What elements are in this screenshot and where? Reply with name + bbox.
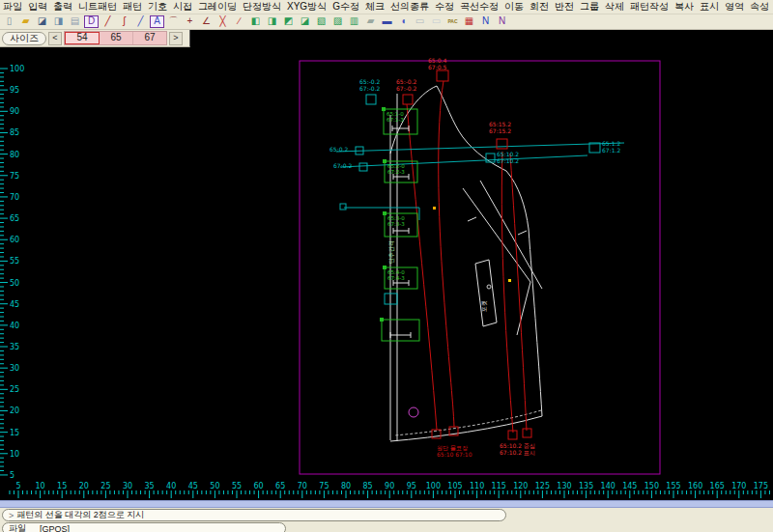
horizontal-scrollbar[interactable] bbox=[0, 500, 773, 508]
menu-item-6[interactable]: 시접 bbox=[170, 0, 195, 14]
menu-item-10[interactable]: G수정 bbox=[329, 0, 362, 14]
menu-item-1[interactable]: 입력 bbox=[25, 0, 50, 14]
svg-text:85: 85 bbox=[363, 482, 373, 490]
curve-tool-icon[interactable]: ʃ bbox=[117, 15, 131, 28]
status-bar-file: 파일 [GPOS] bbox=[0, 521, 773, 532]
save-icon[interactable]: ◪ bbox=[35, 15, 49, 28]
svg-text:120: 120 bbox=[513, 482, 528, 490]
file-value: [GPOS] bbox=[40, 524, 70, 532]
menu-item-19[interactable]: 삭제 bbox=[602, 0, 627, 14]
new-file-icon[interactable]: ▯ bbox=[2, 15, 16, 28]
vertical-ruler: 5101520253035404550556065707580859095100 bbox=[0, 65, 24, 480]
save-as-icon[interactable]: ◨ bbox=[51, 15, 66, 28]
menu-item-22[interactable]: 표시 bbox=[697, 0, 722, 14]
file-pill: 파일 [GPOS] bbox=[2, 522, 286, 532]
menu-item-18[interactable]: 그룹 bbox=[577, 0, 602, 14]
svg-text:60: 60 bbox=[254, 482, 264, 490]
menu-item-4[interactable]: 패턴 bbox=[120, 0, 145, 14]
menu-item-15[interactable]: 이동 bbox=[501, 0, 527, 14]
menu-item-16[interactable]: 회전 bbox=[527, 0, 552, 14]
menu-item-12[interactable]: 선의종류 bbox=[387, 0, 432, 14]
eraser-icon[interactable]: ▰ bbox=[363, 15, 378, 28]
menu-item-2[interactable]: 출력 bbox=[50, 0, 75, 14]
svg-text:67:10.2 표시: 67:10.2 표시 bbox=[500, 449, 535, 456]
pattern-fill-5-icon[interactable]: ▧ bbox=[314, 15, 329, 28]
notebook-icon[interactable]: ▦ bbox=[462, 15, 476, 28]
prompt-text: 패턴의 선을 대각의 2점으로 지시 bbox=[16, 509, 144, 521]
scissors-icon[interactable]: ╳ bbox=[215, 15, 230, 28]
sheet-light2-icon[interactable]: ▭ bbox=[429, 15, 444, 28]
n-curve-purple-icon[interactable]: N bbox=[495, 15, 509, 28]
size-prev-button[interactable]: < bbox=[48, 32, 62, 45]
svg-text:10: 10 bbox=[10, 450, 19, 459]
pattern-canvas[interactable]: 5101520253035404550556065707580859095100… bbox=[0, 30, 773, 500]
size-option-54[interactable]: 54 bbox=[65, 32, 100, 44]
file-label: 파일 bbox=[9, 522, 26, 532]
menu-item-7[interactable]: 그레이딩 bbox=[195, 0, 240, 14]
pattern-fill-3-icon[interactable]: ◩ bbox=[281, 15, 296, 28]
svg-text:50: 50 bbox=[210, 482, 219, 490]
size-option-65[interactable]: 65 bbox=[100, 32, 133, 44]
svg-text:45: 45 bbox=[10, 300, 19, 309]
pattern-fill-1-icon[interactable]: ◧ bbox=[248, 15, 263, 28]
menu-item-14[interactable]: 곡선수정 bbox=[457, 0, 501, 14]
text-tool-icon[interactable]: A bbox=[150, 15, 164, 28]
menu-item-13[interactable]: 수정 bbox=[432, 0, 457, 14]
arc-tool-icon[interactable]: ⌒ bbox=[166, 15, 181, 28]
free-line-tool-icon[interactable]: ╱ bbox=[133, 15, 148, 28]
menu-item-23[interactable]: 영역 bbox=[722, 0, 747, 14]
blob-blue-icon[interactable]: ◖ bbox=[396, 15, 411, 28]
point-tool-icon[interactable]: + bbox=[183, 15, 197, 28]
svg-text:145: 145 bbox=[622, 482, 637, 490]
svg-text:65:0.2: 65:0.2 bbox=[329, 146, 348, 153]
svg-text:80: 80 bbox=[341, 482, 351, 490]
svg-text:67:15.2: 67:15.2 bbox=[489, 127, 511, 134]
svg-text:25: 25 bbox=[100, 482, 110, 490]
pattern-drawing: 65:1-067:1-365:2-067:2-365:3-067:3-365:4… bbox=[329, 57, 624, 458]
svg-text:40: 40 bbox=[166, 482, 176, 490]
print-icon[interactable]: ▤ bbox=[68, 15, 82, 28]
toolbar: ▯▰◪◨▤D╱ʃ╱A⌒+∠╳∕◧◨◩◪▧▨▥▰▬◖▭▭PAC▦NN bbox=[0, 14, 773, 30]
size-label: 사이즈 bbox=[2, 32, 46, 45]
svg-text:100: 100 bbox=[426, 482, 441, 490]
size-options: 546567 bbox=[64, 31, 167, 45]
svg-text:130: 130 bbox=[557, 482, 571, 490]
menu-item-24[interactable]: 속성 bbox=[747, 0, 772, 14]
pen-tool-icon[interactable]: ∕ bbox=[232, 15, 246, 28]
pac-icon[interactable]: PAC bbox=[445, 15, 460, 28]
menu-bar: 파일입력출력니트패턴패턴기호시접그레이딩단정방식XYG방식G수정체크선의종류수정… bbox=[0, 0, 773, 14]
svg-text:170: 170 bbox=[731, 482, 746, 490]
menu-item-21[interactable]: 복사 bbox=[672, 0, 697, 14]
menu-item-8[interactable]: 단정방식 bbox=[240, 0, 284, 14]
menu-item-9[interactable]: XYG방식 bbox=[284, 0, 329, 14]
pattern-fill-4-icon[interactable]: ◪ bbox=[298, 15, 312, 28]
menu-item-20[interactable]: 패턴작성 bbox=[627, 0, 672, 14]
menu-item-0[interactable]: 파일 bbox=[0, 0, 25, 14]
line-tool-icon[interactable]: ╱ bbox=[100, 15, 115, 28]
svg-text:67:-0.2: 67:-0.2 bbox=[359, 85, 381, 92]
document-d-icon[interactable]: D bbox=[84, 15, 99, 28]
menu-item-3[interactable]: 니트패턴 bbox=[75, 0, 120, 14]
open-folder-icon[interactable]: ▰ bbox=[18, 15, 33, 28]
menu-item-5[interactable]: 기호 bbox=[145, 0, 170, 14]
svg-text:20: 20 bbox=[10, 406, 19, 415]
angle-tool-icon[interactable]: ∠ bbox=[199, 15, 214, 28]
svg-text:155: 155 bbox=[666, 482, 680, 490]
menu-item-11[interactable]: 체크 bbox=[362, 0, 387, 14]
size-option-67[interactable]: 67 bbox=[133, 32, 166, 44]
pattern-fill-7-icon[interactable]: ▥ bbox=[347, 15, 361, 28]
sheet-light-icon[interactable]: ▭ bbox=[413, 15, 427, 28]
svg-text:165: 165 bbox=[710, 482, 725, 490]
size-next-button[interactable]: > bbox=[169, 32, 183, 45]
n-curve-blue-icon[interactable]: N bbox=[478, 15, 493, 28]
drawing-canvas[interactable]: 5101520253035404550556065707580859095100… bbox=[0, 30, 773, 500]
menu-item-17[interactable]: 반전 bbox=[552, 0, 577, 14]
svg-text:50: 50 bbox=[10, 279, 19, 288]
pattern-fill-2-icon[interactable]: ◨ bbox=[265, 15, 279, 28]
svg-text:95: 95 bbox=[407, 482, 416, 490]
sheet-blue-icon[interactable]: ▬ bbox=[380, 15, 394, 28]
svg-text:105: 105 bbox=[447, 482, 462, 490]
pattern-fill-6-icon[interactable]: ▨ bbox=[330, 15, 345, 28]
svg-text:35: 35 bbox=[145, 482, 155, 490]
svg-text:80: 80 bbox=[10, 151, 19, 159]
